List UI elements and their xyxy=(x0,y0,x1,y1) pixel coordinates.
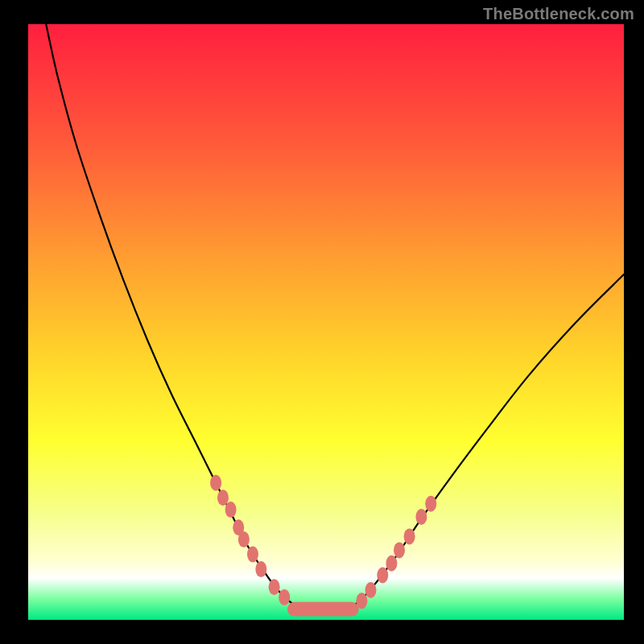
marker-point xyxy=(247,547,258,563)
marker-point xyxy=(356,592,367,609)
marker-point xyxy=(210,475,221,491)
marker-point xyxy=(394,542,405,558)
bottleneck-chart: TheBottleneck.com xyxy=(0,0,644,644)
chart-svg xyxy=(0,0,644,644)
marker-point xyxy=(238,531,250,547)
marker-point xyxy=(386,555,397,572)
marker-point xyxy=(415,509,427,525)
marker-point xyxy=(425,496,436,512)
marker-point xyxy=(255,561,266,577)
marker-point xyxy=(225,502,237,518)
marker-flat-segment xyxy=(287,602,359,617)
marker-point xyxy=(404,528,415,544)
marker-point xyxy=(365,582,377,598)
marker-point xyxy=(279,589,290,605)
marker-point xyxy=(217,489,229,506)
marker-point xyxy=(377,568,388,584)
watermark-text: TheBottleneck.com xyxy=(483,5,634,23)
plot-background xyxy=(28,24,624,620)
marker-point xyxy=(269,579,280,595)
